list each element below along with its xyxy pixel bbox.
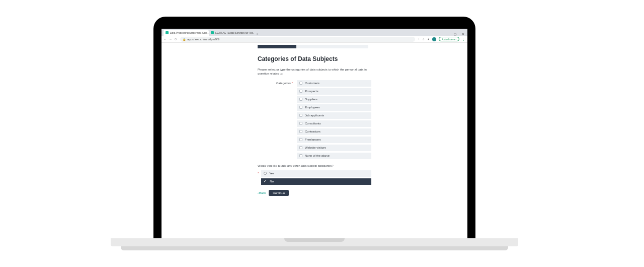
intro-text: Please select or type the categories of …	[258, 68, 371, 76]
field-label: Categories *	[258, 80, 293, 159]
favicon-icon	[166, 31, 169, 34]
checkbox-label: None of the above	[305, 154, 330, 157]
checkbox-icon	[299, 154, 302, 157]
radio-option-no[interactable]: ✓ No	[261, 178, 371, 185]
checkbox-icon	[299, 98, 302, 101]
checkbox-icon	[299, 146, 302, 149]
browser-tab-inactive[interactable]: LEXR AG | Legal Services for Tec… ×	[209, 30, 254, 36]
browser-toolbar: ← → ⟳ 🔒 apps.lexr.ch/run/dpa/9/9 ⭑ ☆ ✦ A…	[162, 36, 467, 43]
page-title: Categories of Data Subjects	[258, 55, 371, 62]
check-icon: ✓	[264, 179, 267, 183]
checkbox-option[interactable]: None of the above	[297, 153, 371, 159]
browser-tab-active[interactable]: Data Processing Agreement Gen… ×	[164, 30, 209, 36]
tab-title: LEXR AG | Legal Services for Tec…	[215, 31, 254, 34]
checkbox-icon	[299, 130, 302, 133]
checkbox-icon	[299, 114, 302, 117]
laptop-notch	[284, 238, 345, 242]
checkbox-option[interactable]: Contractors	[297, 128, 371, 135]
checkbox-label: Prospects	[305, 90, 318, 93]
nav-reload-icon[interactable]: ⟳	[175, 37, 177, 41]
minimize-icon[interactable]: —	[446, 32, 449, 36]
close-window-icon[interactable]: ✕	[462, 32, 464, 36]
checkbox-label: Consultants	[305, 122, 321, 125]
progress-bar	[258, 45, 368, 48]
checkbox-icon	[299, 82, 302, 85]
radio-option-yes[interactable]: Yes	[261, 170, 371, 177]
browser-tabs-row: Data Processing Agreement Gen… × LEXR AG…	[162, 29, 467, 36]
radio-label: No	[270, 180, 274, 183]
new-tab-button[interactable]: +	[254, 32, 260, 36]
radio-label: Yes	[269, 172, 274, 175]
lock-icon: 🔒	[183, 38, 186, 41]
extensions-icon[interactable]: ✦	[427, 37, 430, 41]
window-controls: — ▢ ✕	[446, 32, 467, 36]
profile-avatar[interactable]	[432, 37, 436, 41]
question-add-more: Would you like to add any other data sub…	[258, 164, 371, 167]
tab-title: Data Processing Agreement Gen…	[170, 31, 209, 34]
checkbox-option[interactable]: Job applicants	[297, 112, 371, 119]
update-button[interactable]: Aktualisieren	[439, 37, 459, 41]
maximize-icon[interactable]: ▢	[454, 32, 457, 36]
chevron-left-icon: ‹	[258, 191, 259, 194]
menu-kebab-icon[interactable]: ⋮	[462, 37, 465, 41]
bookmark-icon[interactable]: ☆	[422, 37, 425, 41]
address-bar[interactable]: 🔒 apps.lexr.ch/run/dpa/9/9	[180, 37, 415, 42]
checkbox-option[interactable]: Prospects	[297, 88, 371, 95]
checkbox-label: Customers	[305, 82, 319, 85]
required-mark: *	[258, 170, 259, 175]
address-text: apps.lexr.ch/run/dpa/9/9	[187, 38, 219, 41]
checkbox-option[interactable]: Website visitors	[297, 145, 371, 151]
radio-icon	[264, 172, 267, 175]
favicon-icon	[211, 31, 214, 34]
checkbox-icon	[299, 122, 302, 125]
nav-back-icon[interactable]: ←	[164, 38, 167, 41]
continue-button[interactable]: Continue	[269, 190, 289, 196]
checkbox-label: Contractors	[305, 130, 320, 133]
checkbox-option[interactable]: Employees	[297, 104, 371, 111]
checkbox-label: Job applicants	[305, 114, 324, 117]
checkbox-label: Freelancers	[305, 138, 321, 141]
checkbox-group: CustomersProspectsSuppliersEmployeesJob …	[297, 80, 371, 159]
checkbox-option[interactable]: Customers	[297, 80, 371, 87]
laptop-base-shadow	[121, 246, 508, 250]
progress-fill	[258, 45, 296, 48]
radio-group: Yes ✓ No	[261, 170, 371, 185]
page-viewport: Categories of Data Subjects Please selec…	[162, 43, 467, 238]
checkbox-label: Suppliers	[305, 98, 317, 101]
checkbox-icon	[299, 138, 302, 141]
required-mark: *	[292, 82, 293, 85]
checkbox-icon	[299, 90, 302, 93]
checkbox-icon	[299, 106, 302, 109]
translate-icon[interactable]: ⭑	[418, 37, 420, 41]
checkbox-option[interactable]: Consultants	[297, 120, 371, 127]
checkbox-label: Website visitors	[305, 146, 326, 149]
back-button[interactable]: ‹ Back	[258, 191, 266, 194]
checkbox-option[interactable]: Suppliers	[297, 96, 371, 103]
checkbox-option[interactable]: Freelancers	[297, 137, 371, 143]
nav-forward-icon[interactable]: →	[169, 38, 172, 41]
checkbox-label: Employees	[305, 106, 320, 109]
